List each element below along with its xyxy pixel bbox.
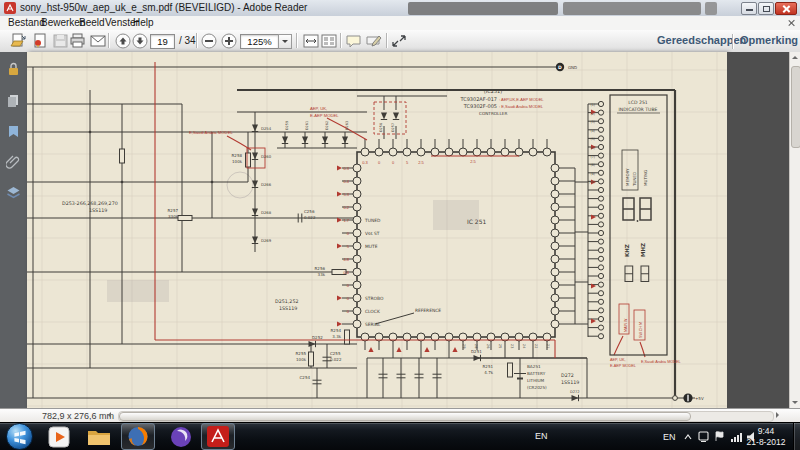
note-diode-group-1: D253-266,268,269,270 bbox=[62, 201, 118, 206]
taskbar-adobe-reader-active-frame[interactable] bbox=[201, 423, 235, 450]
c256-label: C256 bbox=[304, 209, 315, 214]
taskbar-windows-explorer[interactable] bbox=[84, 424, 114, 450]
lcd-red-main-w: MAIN W bbox=[624, 318, 628, 332]
r251-value: 4.7k bbox=[484, 370, 493, 375]
pin-num-25: 25 bbox=[498, 344, 502, 348]
red-note-aep-2: E-AEP MODEL bbox=[310, 113, 339, 118]
title-bar[interactable]: sony_hst-950w_aep_uk_e_sm.pdf (BEVEILIGD… bbox=[0, 0, 800, 17]
page-number-input[interactable]: 19 bbox=[150, 34, 175, 49]
red-annotations bbox=[155, 62, 645, 358]
horizontal-scrollbar[interactable] bbox=[118, 411, 774, 422]
taskbar-firefox[interactable] bbox=[124, 425, 152, 448]
zoom-level-input[interactable]: 125% bbox=[240, 34, 279, 49]
d263-label: D263 bbox=[345, 121, 349, 130]
pin-num-21: 21 bbox=[546, 344, 550, 348]
pdf-export-icon[interactable] bbox=[31, 33, 49, 49]
fullscreen-icon[interactable] bbox=[390, 33, 408, 49]
next-page-icon[interactable] bbox=[131, 33, 149, 49]
zoom-in-icon[interactable] bbox=[220, 33, 238, 49]
v-left-4: 1.7 bbox=[343, 218, 349, 223]
ic-inner-label: IC 251 bbox=[467, 218, 487, 225]
note-diode-group-2: D251,252 bbox=[275, 299, 299, 304]
horizontal-scroll-thumb[interactable] bbox=[119, 412, 691, 421]
open-file-icon[interactable] bbox=[9, 33, 27, 49]
hidden-icons-chevron[interactable] bbox=[684, 434, 692, 440]
background-window-tab[interactable] bbox=[408, 2, 558, 15]
pin-num-29: 29 bbox=[462, 344, 466, 348]
network-flag-icon[interactable] bbox=[714, 431, 725, 442]
document-area: LCD 251 INDICATOR TUBE MEMORY TUNED MUTI… bbox=[0, 52, 800, 408]
show-desktop-button[interactable] bbox=[793, 423, 800, 450]
language-indicator[interactable]: EN bbox=[663, 432, 676, 442]
layers-panel-icon[interactable] bbox=[6, 185, 21, 200]
zoom-dropdown-icon[interactable] bbox=[278, 34, 292, 49]
vertical-scrollbar[interactable] bbox=[789, 52, 800, 408]
v-top-4: 2.5 bbox=[418, 160, 424, 165]
ghost-stamp bbox=[433, 200, 479, 230]
minimize-button[interactable] bbox=[741, 2, 757, 15]
close-toolbar-icon[interactable] bbox=[787, 19, 795, 27]
taskbar-adobe-reader[interactable] bbox=[206, 426, 230, 447]
previous-page-icon[interactable] bbox=[114, 33, 132, 49]
fit-width-icon[interactable] bbox=[302, 33, 320, 49]
lcd-pin-numbers: (1) (2) (3) (4) (5) (6) (7) (8) (9) (10) bbox=[588, 103, 595, 184]
v-left-0: 0.3 bbox=[343, 166, 349, 171]
security-lock-icon[interactable] bbox=[6, 62, 21, 77]
taskbar-firefox-active-frame[interactable] bbox=[121, 423, 155, 450]
pin-num-28: 28 bbox=[474, 344, 478, 348]
zoom-out-icon[interactable] bbox=[200, 33, 218, 49]
taskbar-media-player[interactable] bbox=[44, 424, 74, 450]
maximize-button[interactable] bbox=[758, 2, 774, 15]
lcd-pin-5: (5) bbox=[590, 137, 595, 141]
fit-page-icon[interactable] bbox=[320, 33, 338, 49]
scroll-left-icon[interactable] bbox=[108, 412, 111, 418]
vertical-scroll-thumb[interactable] bbox=[791, 66, 800, 148]
taskbar-bittorrent[interactable] bbox=[166, 424, 196, 450]
scroll-up-icon[interactable] bbox=[792, 56, 798, 59]
tray-date: 21-8-2012 bbox=[740, 437, 792, 448]
d252-label: D252 bbox=[312, 335, 323, 340]
menu-beeld[interactable]: Beeld bbox=[79, 17, 105, 28]
v-bracket: 2.5 bbox=[470, 159, 476, 164]
lcd-title: LCD 251 bbox=[628, 100, 648, 105]
language-indicator[interactable]: EN bbox=[535, 431, 548, 441]
menu-help[interactable]: Help bbox=[133, 17, 154, 28]
v-left-8: 0.6 bbox=[343, 270, 349, 275]
print-icon[interactable] bbox=[69, 33, 87, 49]
scroll-down-icon[interactable] bbox=[792, 401, 798, 404]
lcd-pin-8: (8) bbox=[590, 163, 595, 167]
comment-bubble-icon[interactable] bbox=[345, 33, 363, 49]
lcd-pin-1: (1) bbox=[590, 103, 595, 107]
toolbar-separator bbox=[296, 33, 297, 48]
background-window-tab[interactable] bbox=[705, 2, 717, 15]
tray-time: 9:44 bbox=[740, 426, 792, 437]
start-button[interactable] bbox=[6, 423, 33, 450]
lcd-unit-mhz: MHZ bbox=[640, 243, 646, 257]
bottom-pin-numbers: 29 28 26 25 23 24 22 21 bbox=[462, 344, 550, 348]
close-button[interactable] bbox=[775, 2, 797, 15]
email-icon[interactable] bbox=[89, 33, 107, 49]
pages-panel-icon[interactable] bbox=[6, 93, 21, 108]
lcd-subtitle: INDICATOR TUBE bbox=[619, 107, 658, 112]
scroll-right-icon[interactable] bbox=[776, 412, 779, 418]
background-window-tab[interactable] bbox=[563, 2, 701, 15]
comment-panel-button[interactable]: Opmerking bbox=[740, 34, 798, 46]
clock[interactable]: 9:44 21-8-2012 bbox=[740, 426, 792, 448]
pin-vss-st: Vss ST bbox=[365, 231, 380, 236]
bookmarks-panel-icon[interactable] bbox=[6, 124, 21, 139]
red-note-aep-lcd-1: AEP, UK, bbox=[610, 358, 626, 362]
annotate-pen-icon[interactable] bbox=[365, 33, 383, 49]
pin-strobo: STROBO bbox=[365, 296, 384, 301]
save-icon[interactable] bbox=[52, 33, 70, 49]
ic-pins-top bbox=[361, 139, 551, 156]
lcd-pin-2: (2) bbox=[590, 112, 595, 116]
att1achments-paperclip-icon[interactable] bbox=[6, 155, 21, 170]
menu-bestand[interactable]: Bestand bbox=[8, 17, 45, 28]
lcd-red-sw-ch-m: SW CH M bbox=[639, 322, 643, 338]
red-note-saudi: E,Saudi Arabia MODEL bbox=[189, 130, 233, 135]
gnd-node-letter: D bbox=[558, 65, 562, 70]
r251-label: R251 bbox=[483, 364, 494, 369]
pdf-page[interactable]: LCD 251 INDICATOR TUBE MEMORY TUNED MUTI… bbox=[27, 52, 727, 408]
action-center-icon[interactable] bbox=[698, 431, 709, 442]
menu-bar: Bestand Bewerken Beeld Venster Help bbox=[0, 16, 800, 31]
